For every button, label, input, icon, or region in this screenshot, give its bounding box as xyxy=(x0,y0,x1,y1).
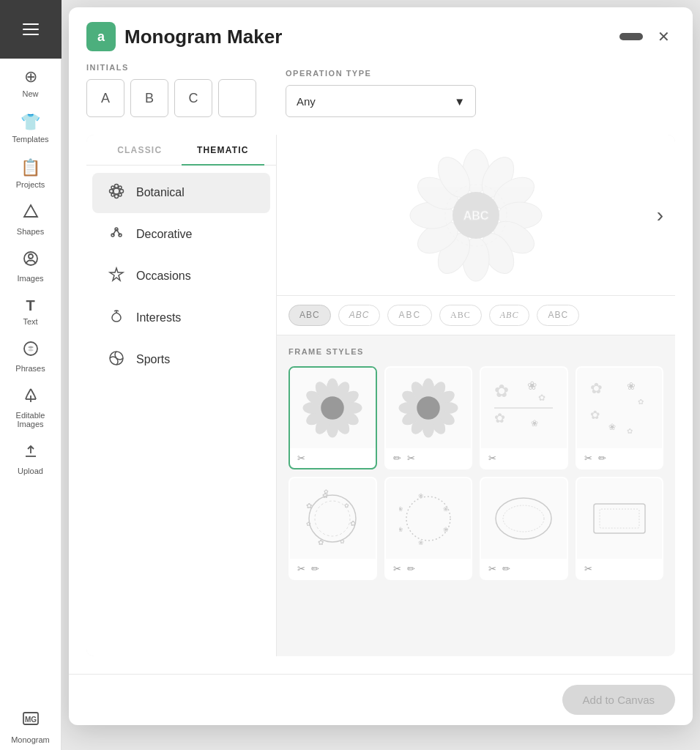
frame-card-4[interactable]: ✿ ❀ ✿ ✿ ❀ ✿ xyxy=(576,366,664,469)
svg-text:❀: ❀ xyxy=(443,526,449,533)
sidebar-item-phrases[interactable]: Phrases xyxy=(0,332,62,379)
phrases-icon xyxy=(23,341,39,361)
style-chip-3[interactable]: ABC xyxy=(387,305,432,326)
svg-text:✿: ✿ xyxy=(344,502,349,509)
svg-point-16 xyxy=(115,194,119,198)
frame-icons-6: ✂ ✏ xyxy=(386,559,472,579)
svg-point-101 xyxy=(496,498,551,539)
category-item-interests[interactable]: Interests xyxy=(92,298,270,338)
frame-card-3[interactable]: ✿ ❀ ✿ ✿ ❀ xyxy=(480,366,568,469)
svg-point-21 xyxy=(111,193,114,196)
tab-classic[interactable]: CLASSIC xyxy=(98,135,182,166)
svg-text:✿: ✿ xyxy=(538,393,546,403)
middle-section: CLASSIC THEMATIC xyxy=(86,135,675,656)
frame-icons-5: ✂ ✏ xyxy=(290,559,376,579)
operation-type-select[interactable]: Any ▼ xyxy=(286,85,476,117)
style-chip-4[interactable]: ABC xyxy=(439,305,482,326)
svg-text:✿: ✿ xyxy=(306,521,311,527)
sidebar-item-projects[interactable]: 📋 Projects xyxy=(0,149,62,195)
scissors-icon: ✂ xyxy=(584,453,592,464)
hamburger-menu[interactable] xyxy=(0,0,62,59)
scissors-icon: ✂ xyxy=(393,563,401,574)
initial-box-2[interactable]: B xyxy=(130,79,168,117)
sidebar-item-text[interactable]: T Text xyxy=(0,289,62,332)
frame-icons-1: ✂ xyxy=(290,448,376,468)
sidebar-item-upload[interactable]: Upload xyxy=(0,434,62,481)
interests-icon xyxy=(107,308,126,328)
style-chip-1[interactable]: ABC xyxy=(288,305,331,326)
sidebar-item-new[interactable]: ⊕ New xyxy=(0,59,62,104)
pencil-icon: ✏ xyxy=(407,563,415,574)
scissors-icon: ✂ xyxy=(584,563,592,574)
frame-rect-svg xyxy=(587,493,652,544)
frame-card-1[interactable]: ✂ xyxy=(288,366,377,469)
svg-text:❀: ❀ xyxy=(418,492,424,500)
category-item-sports[interactable]: Sports xyxy=(92,340,270,380)
beta-badge xyxy=(619,33,643,40)
style-row: ABC ABC ABC ABC ABC ABC xyxy=(277,296,675,335)
svg-point-3 xyxy=(24,342,37,355)
new-icon: ⊕ xyxy=(24,67,37,86)
initials-label: INITIALS xyxy=(86,63,256,72)
operation-type-label: OPERATION TYPE xyxy=(286,69,675,78)
initial-box-3[interactable]: C xyxy=(174,79,212,117)
svg-text:✿: ✿ xyxy=(638,398,644,406)
sidebar-item-monogram-label: Monogram xyxy=(11,735,50,744)
svg-text:ABC: ABC xyxy=(463,209,489,222)
frame-card-7[interactable]: ✂ ✏ xyxy=(480,477,568,580)
frame-card-8[interactable]: ✂ xyxy=(576,477,664,580)
svg-point-94 xyxy=(406,497,450,541)
svg-text:✿: ✿ xyxy=(324,489,329,495)
category-occasions-label: Occasions xyxy=(136,270,191,283)
scissors-icon: ✂ xyxy=(407,453,415,464)
initial-box-1[interactable]: A xyxy=(86,79,124,117)
category-interests-label: Interests xyxy=(136,311,181,324)
initial-box-4[interactable] xyxy=(218,79,256,117)
style-chip-2[interactable]: ABC xyxy=(338,305,381,326)
sports-icon xyxy=(107,350,126,370)
tab-thematic[interactable]: THEMATIC xyxy=(182,135,265,166)
modal-header: a Monogram Maker ✕ xyxy=(69,7,693,63)
sidebar-item-templates[interactable]: 👕 Templates xyxy=(0,104,62,149)
modal-title: Monogram Maker xyxy=(124,26,611,48)
svg-text:❀: ❀ xyxy=(627,380,636,392)
sidebar-item-images[interactable]: Images xyxy=(0,242,62,289)
sidebar-item-monogram[interactable]: MG Monogram xyxy=(0,700,62,750)
sidebar-item-editable-images[interactable]: Editable Images xyxy=(0,379,62,434)
svg-point-14 xyxy=(113,188,119,194)
svg-text:✿: ✿ xyxy=(627,427,633,435)
style-chip-6[interactable]: ABC xyxy=(537,305,579,326)
frame-img-area-6: ❀ ❀ ❀ ❀ ❀ ❀ xyxy=(386,478,472,559)
sidebar-item-projects-label: Projects xyxy=(16,180,45,189)
category-botanical-label: Botanical xyxy=(136,186,185,199)
category-decorative-label: Decorative xyxy=(136,228,192,241)
svg-text:❀: ❀ xyxy=(531,418,538,428)
initials-boxes: A B C xyxy=(86,79,256,117)
right-panel: ABC › ABC ABC ABC ABC ABC ABC xyxy=(277,135,675,656)
svg-point-102 xyxy=(503,505,544,532)
category-item-occasions[interactable]: Occasions xyxy=(92,256,270,297)
svg-point-15 xyxy=(115,184,119,188)
svg-text:✿: ✿ xyxy=(494,381,509,401)
frame-card-2[interactable]: ✏ ✂ xyxy=(384,366,473,469)
frame-card-6[interactable]: ❀ ❀ ❀ ❀ ❀ ❀ xyxy=(384,477,473,580)
svg-point-17 xyxy=(110,189,113,193)
hamburger-icon xyxy=(23,23,39,35)
sidebar-item-shapes[interactable]: Shapes xyxy=(0,195,62,242)
preview-area: ABC › xyxy=(277,135,675,296)
style-chip-5[interactable]: ABC xyxy=(489,305,530,326)
svg-point-2 xyxy=(29,254,33,259)
preview-next-button[interactable]: › xyxy=(657,204,663,227)
scissors-icon: ✂ xyxy=(297,563,305,574)
svg-line-5 xyxy=(31,389,34,396)
frame-floral-svg-2: ✿ ❀ ✿ ✿ ❀ ✿ xyxy=(587,375,652,441)
scissors-icon: ✂ xyxy=(488,563,496,574)
frame-icons-3: ✂ xyxy=(481,448,567,468)
close-button[interactable]: ✕ xyxy=(652,25,675,48)
category-item-decorative[interactable]: Decorative xyxy=(92,215,270,255)
frame-card-5[interactable]: ✿ ✿ ✿ ✿ ✿ ✿ ✿ ✿ xyxy=(288,477,377,580)
category-item-botanical[interactable]: Botanical xyxy=(92,173,270,213)
frame-img-area-1 xyxy=(290,368,376,448)
add-to-canvas-button[interactable]: Add to Canvas xyxy=(562,685,675,715)
frame-img-area-7 xyxy=(481,478,567,559)
